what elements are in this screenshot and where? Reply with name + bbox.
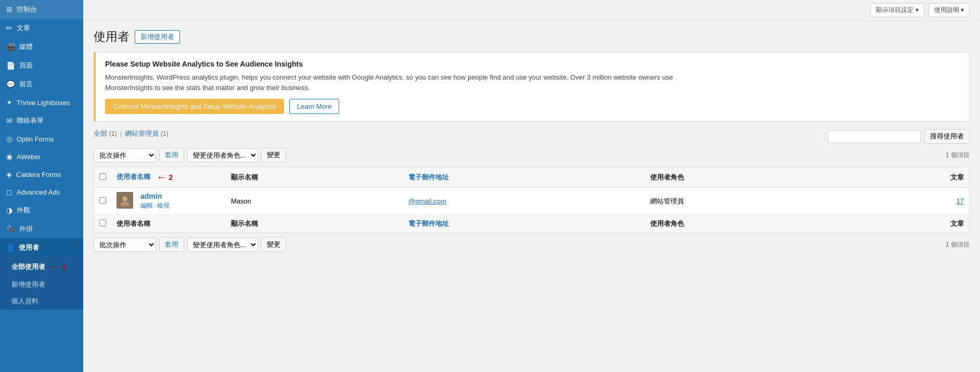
help-button[interactable]: 使用說明 ▾ — [929, 3, 970, 17]
arrow-2-label: 2 — [169, 173, 173, 182]
table-header-row: 使用者名稱 ← 2 顯示名稱 電子郵件地址 使用者角色 文章 — [94, 167, 970, 188]
sidebar-subitem-all-users[interactable]: 全部使用者 ← 1 — [0, 257, 83, 276]
table-row: admin 編輯 檢視 Mason @gmail.com — [94, 188, 970, 215]
sidebar-item-contact[interactable]: ✉ 聯絡表單 — [0, 111, 83, 130]
arrow-1-indicator: ← — [49, 261, 60, 273]
thrive-icon: ✦ — [6, 98, 12, 107]
plugins-icon: 🔌 — [6, 225, 15, 233]
header-posts: 文章 — [855, 167, 970, 188]
pages-icon: 📄 — [6, 61, 15, 70]
analytics-banner-desc: MonsterInsights, WordPress analytics plu… — [105, 72, 677, 93]
row-checkbox-cell — [94, 188, 112, 215]
optin-icon: ◎ — [6, 135, 12, 143]
sidebar-item-optin[interactable]: ◎ Optin Forms — [0, 130, 83, 148]
apply-button-top[interactable]: 套用 — [159, 148, 184, 162]
item-count-top: 1 個項目 — [946, 151, 970, 160]
user-email-link[interactable]: @gmail.com — [408, 197, 446, 205]
filter-all-count: (1) — [109, 130, 117, 137]
arrow-2-indicator: ← — [157, 171, 167, 183]
sidebar: ⊞ 控制台 ✏ 文章 🎬 媒體 📄 頁面 💬 留言 ✦ Thrive Light… — [0, 0, 83, 372]
sidebar-item-caldera[interactable]: ◈ Caldera Forms — [0, 165, 83, 183]
row-posts-cell: 17 — [855, 188, 970, 215]
row-role-cell: 網站管理員 — [645, 188, 855, 215]
sidebar-item-users[interactable]: 👤 使用者 — [0, 238, 83, 257]
row-username-cell: admin 編輯 檢視 — [111, 188, 226, 215]
page-content: 使用者 新增使用者 Please Setup Website Analytics… — [83, 21, 980, 372]
sidebar-item-appearance[interactable]: ◑ 外觀 — [0, 201, 83, 220]
caldera-icon: ◈ — [6, 170, 12, 178]
header-checkbox-cell — [94, 167, 112, 188]
change-role-select-top[interactable]: 變更使用者角色... — [187, 148, 258, 162]
toolbar-top: 批次操作 套用 變更使用者角色... 變更 1 個項目 — [94, 148, 970, 162]
sidebar-item-comments[interactable]: 💬 留言 — [0, 75, 83, 94]
table-footer-header-row: 使用者名稱 顯示名稱 電子郵件地址 使用者角色 文章 — [94, 215, 970, 233]
analytics-banner: Please Setup Website Analytics to See Au… — [94, 52, 970, 122]
search-area: 搜尋使用者 — [828, 129, 970, 144]
footer-email-header: 電子郵件地址 — [403, 215, 645, 233]
sidebar-subitem-add-user[interactable]: 新增使用者 — [0, 276, 83, 293]
apply-button-bottom[interactable]: 套用 — [159, 237, 184, 252]
header-role: 使用者角色 — [645, 167, 855, 188]
users-submenu: 全部使用者 ← 1 新增使用者 個人資料 — [0, 257, 83, 310]
topbar: 顯示項目設定 ▾ 使用說明 ▾ — [83, 0, 980, 21]
sort-username-link[interactable]: 使用者名稱 — [117, 173, 150, 181]
sidebar-item-plugins[interactable]: 🔌 外掛 — [0, 220, 83, 238]
page-title-row: 使用者 新增使用者 — [94, 29, 970, 45]
advads-icon: ◻ — [6, 188, 12, 196]
search-users-button[interactable]: 搜尋使用者 — [924, 129, 970, 144]
add-new-user-button[interactable]: 新增使用者 — [135, 30, 180, 44]
svg-point-0 — [122, 196, 127, 201]
row-email-cell: @gmail.com — [403, 188, 645, 215]
contact-icon: ✉ — [6, 117, 12, 125]
change-button-top[interactable]: 變更 — [261, 148, 286, 162]
username-link[interactable]: admin — [140, 192, 162, 200]
sort-email-link[interactable]: 電子郵件地址 — [408, 173, 449, 181]
learn-more-button[interactable]: Learn More — [289, 99, 339, 114]
select-all-checkbox-bottom[interactable] — [99, 220, 106, 226]
posts-icon: ✏ — [6, 24, 12, 32]
filter-bar: 全部 (1) | 網站管理員 (1) — [94, 129, 169, 138]
filter-all[interactable]: 全部 — [94, 129, 107, 138]
aweber-icon: ◉ — [6, 152, 12, 161]
sidebar-item-pages[interactable]: 📄 頁面 — [0, 56, 83, 75]
row-checkbox[interactable] — [99, 197, 106, 204]
bulk-actions-select-top[interactable]: 批次操作 — [94, 148, 156, 162]
change-button-bottom[interactable]: 變更 — [261, 237, 286, 252]
main-content: 顯示項目設定 ▾ 使用說明 ▾ 使用者 新增使用者 Please Setup W… — [83, 0, 980, 372]
sidebar-subitem-profile[interactable]: 個人資料 — [0, 293, 83, 310]
sidebar-item-dashboard[interactable]: ⊞ 控制台 — [0, 0, 83, 19]
header-username: 使用者名稱 ← 2 — [111, 167, 226, 188]
sidebar-item-aweber[interactable]: ◉ AWeber — [0, 148, 83, 165]
filter-admin-count: (1) — [161, 130, 169, 137]
search-input[interactable] — [828, 130, 921, 143]
svg-point-1 — [121, 202, 130, 206]
analytics-banner-title: Please Setup Website Analytics to See Au… — [105, 60, 960, 68]
toolbar-bottom: 批次操作 套用 變更使用者角色... 變更 1 個項目 — [94, 237, 970, 252]
filter-admin[interactable]: 網站管理員 — [125, 129, 159, 138]
connect-monsterinsights-button[interactable]: Connect MonsterInsights and Setup Websit… — [105, 99, 284, 114]
bulk-actions-select-bottom[interactable]: 批次操作 — [94, 238, 156, 252]
arrow-1-label: 1 — [62, 263, 66, 271]
item-count-bottom: 1 個項目 — [946, 240, 970, 249]
row-display-name-cell: Mason — [226, 188, 403, 215]
sidebar-item-advads[interactable]: ◻ Advanced Ads — [0, 183, 83, 201]
edit-user-link[interactable]: 編輯 — [140, 201, 153, 210]
display-settings-button[interactable]: 顯示項目設定 ▾ — [870, 3, 924, 17]
footer-role-header: 使用者角色 — [645, 215, 855, 233]
user-row-actions: 編輯 檢視 — [140, 201, 170, 210]
appearance-icon: ◑ — [6, 206, 12, 214]
footer-display-header: 顯示名稱 — [226, 215, 403, 233]
dashboard-icon: ⊞ — [6, 5, 12, 14]
footer-sort-email[interactable]: 電子郵件地址 — [408, 220, 449, 227]
sidebar-item-thrive[interactable]: ✦ Thrive Lightboxes — [0, 94, 83, 111]
user-posts-link[interactable]: 17 — [957, 197, 964, 205]
footer-posts-header: 文章 — [855, 215, 970, 233]
sidebar-item-media[interactable]: 🎬 媒體 — [0, 37, 83, 56]
header-display-name: 顯示名稱 — [226, 167, 403, 188]
avatar — [117, 192, 133, 209]
sidebar-item-posts[interactable]: ✏ 文章 — [0, 19, 83, 37]
select-all-checkbox[interactable] — [99, 173, 106, 180]
view-user-link[interactable]: 檢視 — [157, 201, 170, 210]
page-title: 使用者 — [94, 29, 130, 45]
change-role-select-bottom[interactable]: 變更使用者角色... — [187, 238, 258, 252]
